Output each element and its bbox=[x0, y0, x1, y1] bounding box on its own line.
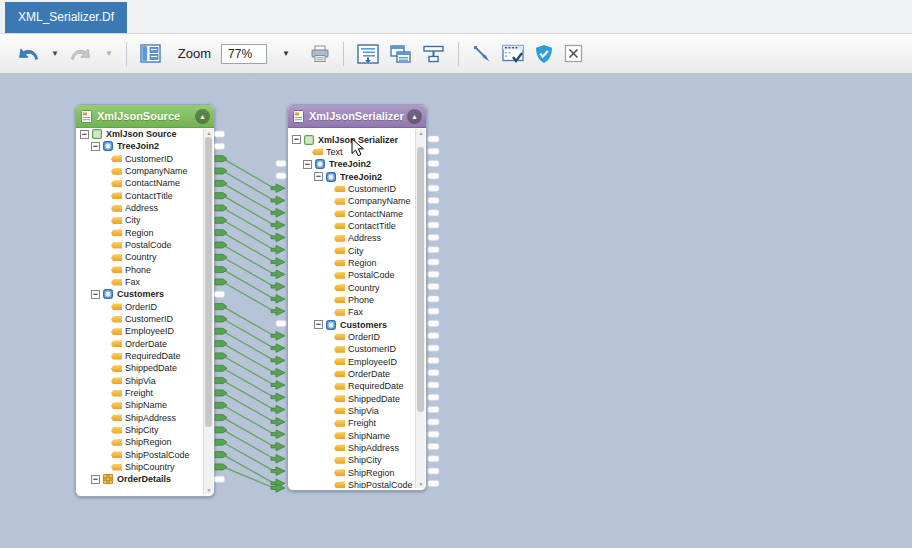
source-port-mapped[interactable] bbox=[215, 254, 227, 260]
target-panel-header[interactable]: XmlJsonSerializer ▲ bbox=[288, 105, 426, 128]
target-port-mapped[interactable] bbox=[271, 455, 285, 464]
source-tree-row[interactable]: City bbox=[77, 214, 202, 226]
target-output-port[interactable] bbox=[428, 173, 439, 179]
source-port-mapped[interactable] bbox=[215, 365, 227, 371]
target-port-mapped[interactable] bbox=[271, 307, 285, 316]
target-tree-row[interactable]: Text bbox=[289, 146, 414, 158]
cascade-layout-button[interactable] bbox=[386, 40, 415, 68]
preview-data-button[interactable] bbox=[499, 40, 527, 68]
zoom-value-combo[interactable]: 77% bbox=[221, 44, 267, 64]
source-port-mapped[interactable] bbox=[215, 341, 227, 347]
mapping-line[interactable] bbox=[223, 319, 274, 348]
target-port-mapped[interactable] bbox=[271, 209, 285, 218]
undo-menu-button[interactable]: ▼ bbox=[47, 40, 62, 68]
mapping-line[interactable] bbox=[223, 270, 274, 299]
target-port-unmapped[interactable] bbox=[276, 173, 286, 179]
target-output-port[interactable] bbox=[428, 468, 439, 474]
source-port-mapped[interactable] bbox=[215, 230, 227, 236]
target-output-port[interactable] bbox=[428, 382, 439, 388]
source-tree-row[interactable]: RequiredDate bbox=[77, 350, 202, 362]
mapping-line[interactable] bbox=[223, 368, 274, 397]
scrollbar-thumb[interactable] bbox=[417, 147, 424, 412]
source-port-mapped[interactable] bbox=[215, 267, 227, 273]
target-output-port[interactable] bbox=[428, 198, 439, 204]
target-output-port[interactable] bbox=[428, 321, 439, 327]
target-tree-row[interactable]: Freight bbox=[289, 417, 414, 429]
source-port-mapped[interactable] bbox=[215, 304, 227, 310]
source-port-unmapped[interactable] bbox=[215, 131, 225, 137]
target-port-mapped[interactable] bbox=[271, 344, 285, 353]
target-tree-row[interactable]: Country bbox=[289, 281, 414, 293]
source-tree-row[interactable]: −OrderDetails bbox=[77, 473, 202, 485]
target-output-port[interactable] bbox=[428, 370, 439, 376]
source-tree-row[interactable]: Region bbox=[77, 227, 202, 239]
source-tree-row[interactable]: Freight bbox=[77, 387, 202, 399]
source-port-mapped[interactable] bbox=[215, 156, 227, 162]
target-tree-row[interactable]: CompanyName bbox=[289, 195, 414, 207]
target-tree-row[interactable]: −TreeJoin2 bbox=[289, 158, 414, 170]
mapping-line[interactable] bbox=[223, 405, 274, 434]
target-port-mapped[interactable] bbox=[271, 184, 285, 193]
redo-button[interactable] bbox=[66, 40, 97, 68]
source-port-mapped[interactable] bbox=[215, 242, 227, 248]
target-tree-row[interactable]: Fax bbox=[289, 306, 414, 318]
target-output-port[interactable] bbox=[428, 431, 439, 437]
source-port-mapped[interactable] bbox=[215, 328, 227, 334]
scrollbar-thumb[interactable] bbox=[205, 137, 212, 427]
target-tree-row[interactable]: −Customers bbox=[289, 318, 414, 330]
target-output-port[interactable] bbox=[428, 444, 439, 450]
mapping-line[interactable] bbox=[223, 418, 274, 447]
target-output-port[interactable] bbox=[428, 136, 439, 142]
target-tree-row[interactable]: City bbox=[289, 244, 414, 256]
target-port-mapped[interactable] bbox=[271, 484, 285, 493]
mapping-line[interactable] bbox=[223, 196, 274, 225]
toolbox-button[interactable] bbox=[137, 40, 164, 68]
target-port-mapped[interactable] bbox=[271, 332, 285, 341]
collapse-panel-button[interactable]: ▲ bbox=[407, 109, 422, 124]
print-button[interactable] bbox=[307, 40, 333, 68]
source-tree-row[interactable]: ContactTitle bbox=[77, 190, 202, 202]
source-port-mapped[interactable] bbox=[215, 439, 227, 445]
mapping-line[interactable] bbox=[223, 442, 274, 471]
target-tree-row[interactable]: ShippedDate bbox=[289, 392, 414, 404]
target-tree-row[interactable]: EmployeeID bbox=[289, 355, 414, 367]
collapse-node-toggle[interactable]: − bbox=[303, 160, 312, 169]
source-port-mapped[interactable] bbox=[215, 402, 227, 408]
target-tree-row[interactable]: CustomerID bbox=[289, 343, 414, 355]
target-port-mapped[interactable] bbox=[271, 258, 285, 267]
source-tree-row[interactable]: OrderDate bbox=[77, 338, 202, 350]
source-tree-row[interactable]: ShipCountry bbox=[77, 461, 202, 473]
mapping-line[interactable] bbox=[223, 381, 274, 410]
source-scrollbar[interactable]: ▲ ▼ bbox=[203, 129, 213, 494]
target-output-port[interactable] bbox=[428, 407, 439, 413]
source-port-mapped[interactable] bbox=[215, 353, 227, 359]
source-tree-row[interactable]: Phone bbox=[77, 264, 202, 276]
target-port-mapped[interactable] bbox=[271, 270, 285, 279]
collapse-node-toggle[interactable]: − bbox=[91, 475, 100, 484]
target-output-port[interactable] bbox=[428, 259, 439, 265]
source-port-mapped[interactable] bbox=[215, 205, 227, 211]
target-port-mapped[interactable] bbox=[271, 418, 285, 427]
target-scrollbar[interactable]: ▲ ▼ bbox=[415, 129, 425, 488]
source-port-mapped[interactable] bbox=[215, 378, 227, 384]
source-port-mapped[interactable] bbox=[215, 180, 227, 186]
mapping-line[interactable] bbox=[223, 257, 274, 286]
source-port-mapped[interactable] bbox=[215, 316, 227, 322]
target-output-port[interactable] bbox=[428, 247, 439, 253]
target-port-mapped[interactable] bbox=[271, 405, 285, 414]
target-tree-row[interactable]: PostalCode bbox=[289, 269, 414, 281]
scroll-up-icon[interactable]: ▲ bbox=[416, 130, 426, 136]
target-output-port[interactable] bbox=[428, 480, 439, 486]
target-port-mapped[interactable] bbox=[271, 368, 285, 377]
target-tree-row[interactable]: OrderID bbox=[289, 331, 414, 343]
target-tree-row[interactable]: RequiredDate bbox=[289, 380, 414, 392]
target-port-mapped[interactable] bbox=[271, 233, 285, 242]
target-port-unmapped[interactable] bbox=[276, 321, 286, 327]
source-tree-row[interactable]: CustomerID bbox=[77, 153, 202, 165]
target-output-port[interactable] bbox=[428, 284, 439, 290]
mapping-line[interactable] bbox=[223, 282, 274, 311]
target-tree-row[interactable]: −TreeJoin2 bbox=[289, 170, 414, 182]
mapping-line[interactable] bbox=[223, 455, 274, 484]
source-tree-row[interactable]: CustomerID bbox=[77, 313, 202, 325]
source-port-mapped[interactable] bbox=[215, 390, 227, 396]
